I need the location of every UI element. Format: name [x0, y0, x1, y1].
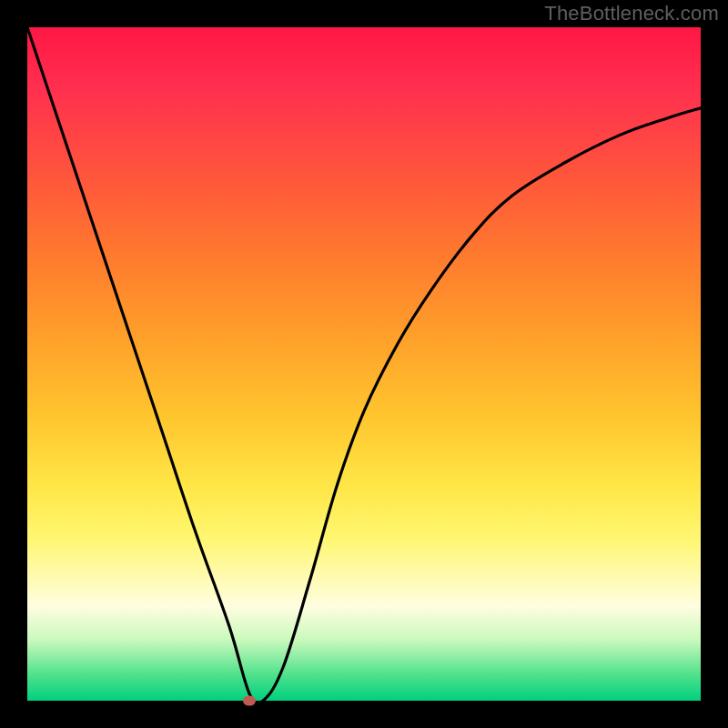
chart-frame: TheBottleneck.com [0, 0, 728, 728]
minimum-marker [243, 696, 256, 706]
watermark-text: TheBottleneck.com [544, 2, 719, 25]
bottleneck-curve [27, 27, 701, 701]
plot-area [27, 27, 701, 701]
